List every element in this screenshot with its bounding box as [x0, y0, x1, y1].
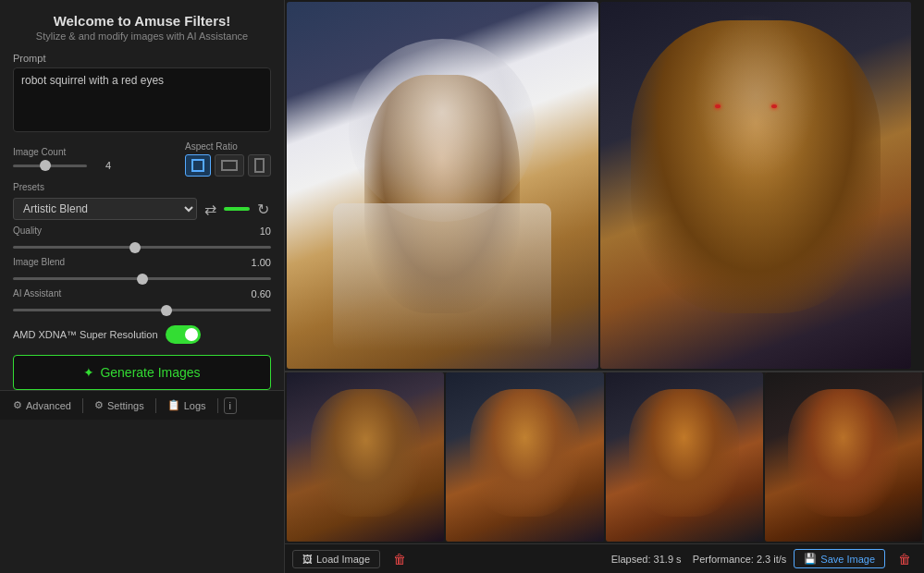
save-image-btn[interactable]: 💾 Save Image [794, 549, 885, 568]
performance-value: 2.3 it/s [757, 554, 786, 565]
bottom-bar-right: 🖼 Load Image 🗑 Elapsed: 31.9 s Performan… [285, 543, 924, 573]
aspect-square-btn[interactable] [185, 154, 211, 177]
app-title: Welcome to Amuse Filters! [13, 13, 271, 29]
thumbnail-1[interactable] [287, 372, 444, 542]
status-area: Elapsed: 31.9 s Performance: 2.3 it/s [611, 554, 787, 565]
delete-loaded-btn[interactable]: 🗑 [388, 550, 412, 568]
ai-assistant-label: AI Assistant [13, 288, 61, 299]
bottom-thumbnails-row [285, 372, 924, 543]
top-images-row [285, 0, 924, 371]
elapsed-label: Elapsed: [611, 554, 651, 565]
image-blend-slider[interactable] [13, 277, 271, 280]
left-panel: Welcome to Amuse Filters! Stylize & and … [0, 0, 285, 573]
nav-sep-2 [155, 398, 156, 413]
image-count-label: Image Count [13, 147, 111, 157]
generate-btn[interactable]: ✦ Generate Images [13, 355, 271, 390]
nav-sep-3 [217, 398, 218, 413]
ai-assistant-slider[interactable] [13, 309, 271, 311]
advanced-icon: ⚙ [13, 399, 22, 411]
load-image-icon: 🖼 [302, 554, 313, 565]
quality-label: Quality [13, 226, 42, 236]
image-blend-label: Image Blend [13, 257, 65, 267]
ai-assistant-value: 0.60 [252, 288, 271, 301]
advanced-btn[interactable]: ⚙ Advanced [7, 396, 77, 414]
logs-label: Logs [184, 400, 206, 411]
right-panel: 🖼 Load Image 🗑 Elapsed: 31.9 s Performan… [285, 0, 924, 573]
load-image-btn[interactable]: 🖼 Load Image [292, 550, 380, 568]
amd-toggle[interactable] [166, 325, 201, 344]
prompt-label: Prompt [13, 53, 271, 64]
aspect-portrait-btn[interactable] [248, 154, 271, 177]
advanced-label: Advanced [26, 400, 71, 411]
preset-indicator [224, 207, 250, 211]
save-image-label: Save Image [820, 554, 875, 565]
app-subtitle: Stylize & and modify images with AI Assi… [13, 30, 271, 42]
amd-label: AMD XDNA™ Super Resolution [13, 329, 158, 340]
logs-btn[interactable]: 📋 Logs [162, 396, 212, 414]
settings-btn[interactable]: ⚙ Settings [89, 396, 150, 414]
quality-value: 10 [253, 226, 271, 238]
aspect-landscape-btn[interactable] [215, 154, 244, 177]
load-image-label: Load Image [316, 554, 370, 565]
aspect-ratio-label: Aspect Ratio [185, 141, 271, 152]
settings-label: Settings [107, 400, 144, 411]
thumbnail-4[interactable] [765, 372, 922, 542]
generate-btn-label: Generate Images [100, 365, 200, 380]
save-icon: 💾 [804, 553, 817, 565]
image-blend-value: 1.00 [252, 257, 271, 270]
elapsed-value: 31.9 s [654, 554, 682, 565]
generate-icon: ✦ [83, 365, 94, 380]
logs-icon: 📋 [167, 399, 180, 411]
prompt-input[interactable]: robot squirrel with a red eyes [13, 67, 271, 132]
quality-slider[interactable] [13, 246, 271, 249]
presets-section-label: Presets [13, 182, 271, 192]
refresh-btn[interactable]: ↻ [255, 199, 271, 220]
preset-select[interactable]: Artistic Blend Photorealistic Anime Styl… [13, 198, 197, 220]
thumbnail-2[interactable] [446, 372, 603, 542]
delete-saved-btn[interactable]: 🗑 [893, 550, 917, 568]
settings-icon: ⚙ [94, 399, 104, 411]
shuffle-btn[interactable]: ⇄ [203, 199, 218, 220]
info-btn[interactable]: i [224, 397, 237, 414]
thumbnail-3[interactable] [606, 372, 763, 542]
image-count-value: 4 [92, 160, 111, 171]
main-image-2[interactable] [600, 2, 912, 369]
main-image-1[interactable] [287, 2, 598, 369]
nav-sep-1 [82, 398, 83, 413]
image-count-slider[interactable] [13, 165, 87, 167]
performance-label: Performance: [693, 554, 754, 565]
